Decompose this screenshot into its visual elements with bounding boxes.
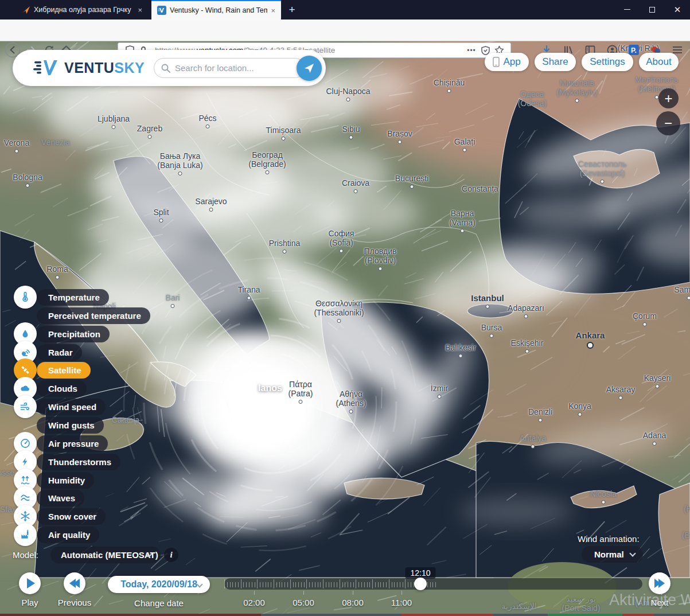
news-site-favicon-icon (22, 6, 30, 14)
new-tab-button[interactable]: + (284, 2, 299, 17)
ventusky-logo-text: VENTUSKY (64, 60, 145, 76)
timeline-tick (287, 582, 288, 587)
play-button[interactable] (19, 572, 41, 594)
factory-icon[interactable] (14, 523, 37, 546)
timeline-tick (348, 582, 348, 587)
timeline-tick (386, 582, 387, 587)
layer-item-label[interactable]: Satellite (37, 362, 91, 379)
timeline-tick (318, 582, 318, 587)
tab-news-article[interactable]: Хибридна олуја разара Грчку × (16, 0, 148, 20)
timeline-tick (263, 582, 263, 587)
timeline-tick (255, 582, 255, 587)
timeline-time-label: 02:00 (243, 598, 265, 607)
layer-item-label[interactable]: Air pressure (37, 435, 108, 452)
timeline-tick (243, 582, 244, 587)
timeline-tick (224, 579, 225, 588)
layer-item-label[interactable]: Humidity (37, 472, 94, 489)
timeline-tick (274, 579, 274, 588)
timeline-tick (435, 582, 436, 587)
timeline-tick (235, 582, 236, 587)
locate-me-button[interactable] (297, 56, 322, 81)
model-select[interactable]: Automatic (METEOSAT) (50, 547, 161, 563)
wind-animation-select[interactable]: Normal (582, 546, 643, 563)
share-button-label: Share (542, 56, 568, 68)
timeline-tick (271, 582, 271, 587)
layer-item-label[interactable]: Wind speed (37, 399, 106, 415)
layer-item-label[interactable]: Radar (37, 344, 82, 361)
model-info-button[interactable]: i (164, 548, 178, 562)
search-box[interactable] (154, 58, 305, 78)
layer-item-label[interactable]: Thunderstorms (37, 454, 120, 470)
timeline-tick (309, 582, 310, 587)
timeline-tick (246, 582, 247, 587)
date-value: Today, 2020/09/18 (120, 579, 197, 589)
change-date-button[interactable]: Today, 2020/09/18 (108, 576, 210, 593)
window-close-button[interactable]: ✕ (665, 0, 690, 19)
timeline-handle[interactable] (414, 578, 427, 590)
timeline-tick (392, 582, 392, 587)
timeline-tick (249, 582, 250, 587)
layer-item-label[interactable]: Waves (37, 490, 84, 506)
next-icon (654, 579, 665, 588)
timeline-tick (298, 582, 299, 587)
settings-button[interactable]: Settings (582, 53, 633, 71)
timeline-tick (403, 582, 403, 587)
chevron-down-icon (629, 550, 636, 556)
timeline-slider[interactable] (224, 578, 642, 590)
layer-item-label[interactable]: Wind gusts (37, 417, 104, 434)
tab-title: Хибридна олуја разара Грчку (34, 6, 134, 14)
timeline-tick (372, 579, 373, 588)
app-button[interactable]: App (485, 53, 529, 71)
timeline-tick (284, 582, 285, 587)
layer-item-label[interactable]: Air quality (37, 527, 99, 543)
zoom-in-button[interactable]: + (658, 88, 679, 108)
timeline-tick (378, 582, 379, 587)
timeline-hour-mark (401, 591, 402, 595)
tab-close-icon[interactable]: × (138, 6, 142, 14)
timeline-hour-mark (353, 591, 353, 595)
layer-item-label[interactable]: Temperature (37, 289, 109, 306)
chevron-down-icon (196, 581, 202, 587)
timeline-tick (326, 582, 326, 587)
tab-ventusky[interactable]: Ventusky - Wind, Rain and Temp × (151, 0, 281, 20)
settings-button-label: Settings (590, 56, 625, 68)
layer-item-label[interactable]: Clouds (37, 380, 87, 397)
ventusky-logo-icon (33, 58, 60, 77)
svg-text:P.: P. (631, 46, 637, 54)
timeline-tick (361, 582, 362, 587)
wind-icon[interactable] (14, 395, 37, 418)
previous-button[interactable] (64, 572, 85, 594)
thermometer-icon[interactable] (14, 286, 37, 309)
timeline-tick (411, 582, 411, 587)
app-window: Salzburg(Kryvyi Rih)ChișinăuCluj-NapocaО… (0, 0, 690, 616)
timeline-tick (337, 582, 337, 587)
layer-item-label[interactable]: Precipitation (37, 326, 110, 342)
layer-item-label[interactable]: Perceived temperature (37, 307, 150, 324)
app-button-label: App (503, 56, 520, 68)
previous-icon (69, 579, 80, 588)
layer-item-label[interactable]: Snow cover (37, 508, 106, 525)
ventusky-logo[interactable]: VENTUSKY (33, 58, 145, 77)
timeline-tick (380, 582, 381, 587)
timeline-tick (397, 582, 397, 587)
timeline-tick (427, 582, 428, 587)
browser-tab-bar: Хибридна олуја разара Грчку × Ventusky -… (0, 0, 690, 20)
page-actions-icon[interactable]: ••• (465, 44, 478, 57)
window-minimize-button[interactable] (614, 0, 640, 19)
timeline-tick (268, 582, 268, 587)
search-input[interactable] (175, 63, 295, 73)
timeline-tick (345, 582, 345, 587)
share-button[interactable]: Share (535, 53, 576, 71)
tab-close-icon[interactable]: × (271, 6, 275, 15)
tab-title: Ventusky - Wind, Rain and Temp (170, 6, 267, 14)
window-maximize-button[interactable] (640, 0, 665, 19)
timeline-tick (323, 579, 323, 588)
timeline-tick (279, 582, 280, 587)
browser-toolbar: https://www.ventusky.com/?p=40.4;23.5;5&… (0, 20, 690, 41)
timeline-tick (320, 582, 321, 587)
about-button[interactable]: About (639, 53, 679, 71)
timeline-tick (342, 582, 343, 587)
zoom-out-button[interactable]: − (656, 111, 680, 135)
timeline-tick (290, 579, 291, 588)
timeline-tick (340, 579, 340, 588)
